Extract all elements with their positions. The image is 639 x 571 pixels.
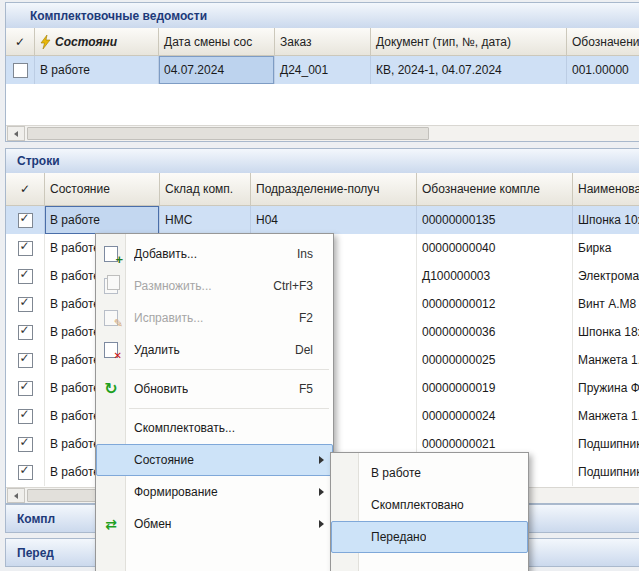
menu-item-shortcut: Ins [297, 247, 325, 261]
edit-icon [102, 309, 120, 327]
menu-item-delete[interactable]: Удалить Del [96, 334, 333, 366]
row-checkbox-cell [6, 402, 45, 430]
row-checkbox-cell [6, 56, 35, 84]
stroki-table-header: ✓ Состояние Склад комп. Подразделение-по… [6, 173, 639, 206]
delete-icon [102, 341, 120, 359]
menu-item-exchange[interactable]: ⇄ Обмен [96, 508, 333, 540]
panel-vedomosti-title: Комплектовочные ведомости [6, 9, 207, 23]
row-checkbox[interactable] [18, 213, 33, 228]
column-state-label: Состояни [55, 35, 117, 49]
row-checkbox[interactable] [18, 381, 33, 396]
cell-order: Д24_001 [275, 56, 371, 84]
menu-item-label: Исправить... [134, 311, 203, 325]
menu-item-shortcut: Ctrl+F3 [273, 279, 325, 293]
menu-item-label: Обновить [134, 382, 188, 396]
row-checkbox-cell [6, 206, 45, 234]
table-row[interactable]: В работе НМС Н04 00000000135 Шпонка 10x8… [6, 206, 639, 234]
menu-item-edit[interactable]: Исправить... F2 [96, 302, 333, 334]
column-state-header[interactable]: Состояние [45, 173, 160, 206]
row-checkbox-cell [6, 234, 45, 262]
cell-date: 04.07.2024 [159, 56, 275, 84]
menu-item-label: В работе [371, 466, 421, 480]
menu-item-label: Формирование [134, 485, 218, 499]
menu-item-assemble[interactable]: Скомплектовать... [96, 412, 333, 444]
cell-name: Подшипник 462 [573, 430, 639, 458]
cell-document: КВ, 2024-1, 04.07.2024 [371, 56, 567, 84]
scroll-left-button[interactable] [7, 126, 25, 141]
submenu-arrow-icon [319, 520, 324, 528]
submenu-item-transferred[interactable]: Передано [331, 521, 528, 553]
row-checkbox[interactable] [18, 297, 33, 312]
scrollbar-thumb[interactable] [27, 127, 429, 140]
row-checkbox[interactable] [18, 325, 33, 340]
column-designation-header[interactable]: Обозначение изд [567, 28, 639, 56]
row-checkbox[interactable] [18, 241, 33, 256]
menu-item-refresh[interactable]: ↻ Обновить F5 [96, 373, 333, 405]
menu-item-duplicate[interactable]: Размножить... Ctrl+F3 [96, 270, 333, 302]
menu-item-label: Размножить... [134, 279, 212, 293]
column-warehouse-header[interactable]: Склад комп. [160, 173, 251, 206]
column-document-header[interactable]: Документ (тип, №, дата) [371, 28, 567, 56]
submenu-arrow-icon [319, 456, 324, 464]
row-checkbox[interactable] [18, 269, 33, 284]
state-flash-icon [40, 35, 51, 49]
column-code-header[interactable]: Обозначение компле [417, 173, 573, 206]
cell-code: 00000000019 [417, 374, 573, 402]
row-checkbox-cell [6, 346, 45, 374]
cell-code: Д100000003 [417, 262, 573, 290]
row-checkbox[interactable] [18, 353, 33, 368]
scroll-left-icon [14, 131, 18, 137]
menu-item-formation[interactable]: Формирование [96, 476, 333, 508]
menu-item-label: Скомплектовано [371, 498, 464, 512]
menu-item-label: Добавить... [134, 247, 197, 261]
menu-item-shortcut: Del [295, 343, 325, 357]
cell-name: Пружина Ф18х7 [573, 374, 639, 402]
cell-code: 00000000024 [417, 402, 573, 430]
row-checkbox[interactable] [13, 63, 28, 78]
cell-code: 00000000025 [417, 346, 573, 374]
copy-icon [102, 277, 120, 295]
cell-state: В работе [45, 206, 160, 234]
menu-item-add[interactable]: Добавить... Ins [96, 238, 333, 270]
panel-vedomosti-header[interactable]: Комплектовочные ведомости [6, 3, 639, 29]
cell-name: Бирка [573, 234, 639, 262]
cell-name: Шпонка 18x16x [573, 318, 639, 346]
context-menu: Добавить... Ins Размножить... Ctrl+F3 Ис… [95, 233, 334, 571]
cell-warehouse: НМС [160, 206, 251, 234]
cell-name: Винт А.М8 - 6g [573, 290, 639, 318]
menu-item-state[interactable]: Состояние [96, 444, 333, 476]
panel-vedomosti: Комплектовочные ведомости ✓ Состояни Дат… [5, 2, 639, 142]
menu-separator [129, 408, 329, 409]
horizontal-scrollbar[interactable] [6, 125, 639, 141]
column-state-header[interactable]: Состояни [35, 28, 159, 56]
column-check-header[interactable]: ✓ [6, 173, 45, 206]
submenu-item-assembled[interactable]: Скомплектовано [331, 489, 528, 521]
menu-separator [129, 369, 329, 370]
row-checkbox-cell [6, 262, 45, 290]
row-checkbox[interactable] [18, 465, 33, 480]
menu-item-shortcut: F5 [299, 382, 325, 396]
table-row[interactable]: В работе 04.07.2024 Д24_001 КВ, 2024-1, … [6, 56, 639, 84]
row-checkbox[interactable] [18, 437, 33, 452]
cell-name: Манжета 1.1-40 [573, 402, 639, 430]
row-checkbox-cell [6, 374, 45, 402]
column-date-header[interactable]: Дата смены сос [159, 28, 275, 56]
submenu-state: В работе Скомплектовано Передано [330, 452, 529, 571]
cell-code: 00000000040 [417, 234, 573, 262]
panel-stroki-header[interactable]: Строки [6, 149, 639, 174]
column-name-header[interactable]: Наименование к [573, 173, 639, 206]
column-order-header[interactable]: Заказ [275, 28, 371, 56]
vedomosti-table-header: ✓ Состояни Дата смены сос Заказ Документ… [6, 28, 639, 56]
column-check-header[interactable]: ✓ [6, 28, 35, 56]
cell-designation: 001.00000 [567, 56, 639, 84]
menu-item-label: Передано [371, 530, 426, 544]
row-checkbox-cell [6, 318, 45, 346]
row-checkbox[interactable] [18, 409, 33, 424]
submenu-item-in-work[interactable]: В работе [331, 457, 528, 489]
column-department-header[interactable]: Подразделение-получ [251, 173, 417, 206]
menu-item-label: Скомплектовать... [134, 421, 235, 435]
row-checkbox-cell [6, 290, 45, 318]
menu-item-label: Обмен [134, 517, 172, 531]
scroll-left-button[interactable] [7, 488, 25, 503]
scroll-left-icon [14, 493, 18, 499]
